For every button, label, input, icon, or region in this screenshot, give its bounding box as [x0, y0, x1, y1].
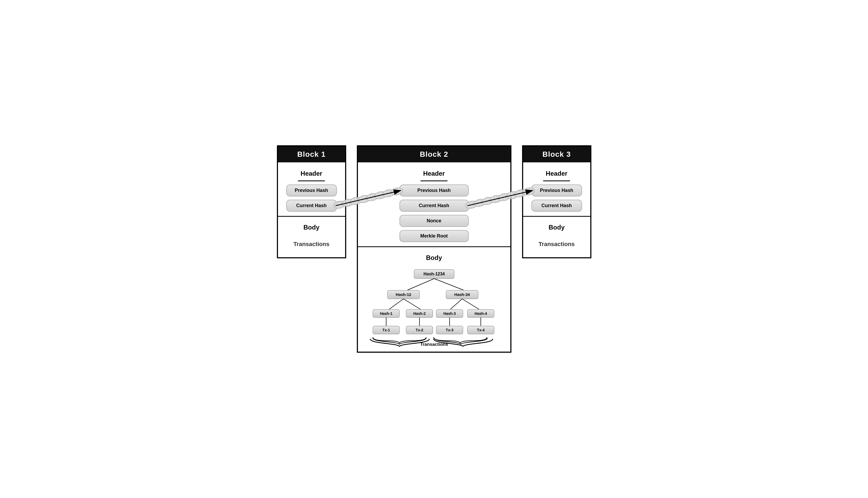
block-1-title: Block 1 [278, 146, 345, 162]
block-2-body: Body Hash-1234 Hash-12 Hash-34 [358, 247, 510, 352]
block-3-title: Block 3 [523, 146, 590, 162]
svg-text:Tx-4: Tx-4 [477, 328, 484, 332]
block-2-previous-hash: Previous Hash [400, 184, 469, 196]
block-2-title: Block 2 [358, 146, 510, 162]
svg-text:Hash-1234: Hash-1234 [423, 272, 444, 276]
svg-line-45 [403, 299, 421, 310]
blockchain-diagram: Block 1 Header Previous Hash Current Has… [248, 140, 621, 358]
block-3-header-label: Header [543, 167, 570, 181]
block-2-merkle-root: Merkle Root [400, 230, 469, 242]
svg-text:Hash-3: Hash-3 [443, 311, 456, 316]
svg-text:Tx-1: Tx-1 [382, 328, 390, 332]
svg-text:Hash-34: Hash-34 [454, 292, 470, 297]
block-3-transactions: Transactions [526, 235, 588, 253]
block-2-header: Header Previous Hash Current Hash Nonce … [358, 162, 510, 247]
block-2-body-label: Body [361, 251, 508, 266]
svg-text:Hash-2: Hash-2 [413, 311, 426, 316]
block-1-previous-hash: Previous Hash [286, 184, 337, 196]
svg-text:Transactions: Transactions [420, 342, 448, 347]
block-3: Block 3 Header Previous Hash Current Has… [522, 145, 591, 258]
block-2: Block 2 Header Previous Hash Current Has… [357, 145, 511, 353]
block-1-header-label: Header [298, 167, 325, 181]
block-1: Block 1 Header Previous Hash Current Has… [277, 145, 346, 258]
svg-text:Hash-1: Hash-1 [380, 311, 392, 316]
svg-line-46 [450, 299, 462, 310]
block-3-previous-hash: Previous Hash [531, 184, 582, 196]
svg-text:Hash-12: Hash-12 [396, 292, 411, 297]
block-2-header-label: Header [420, 167, 448, 181]
block-3-body-label: Body [526, 221, 588, 235]
svg-text:Hash-4: Hash-4 [475, 311, 487, 316]
block-2-current-hash: Current Hash [400, 200, 469, 212]
merkle-svg: Hash-1234 Hash-12 Hash-34 [361, 267, 508, 348]
svg-line-44 [389, 299, 403, 310]
svg-line-47 [462, 299, 479, 310]
block-3-body: Body Transactions [523, 217, 590, 257]
block-1-current-hash: Current Hash [286, 200, 337, 212]
block-1-body: Body Transactions [278, 217, 345, 257]
block-1-body-label: Body [281, 221, 343, 235]
svg-text:Tx-2: Tx-2 [415, 328, 423, 332]
merkle-tree: Hash-1234 Hash-12 Hash-34 [361, 267, 508, 348]
svg-line-39 [434, 279, 464, 290]
block-3-current-hash: Current Hash [531, 200, 582, 212]
block-2-nonce: Nonce [400, 215, 469, 227]
block-1-transactions: Transactions [281, 235, 343, 253]
svg-text:Tx-3: Tx-3 [445, 328, 453, 332]
block-1-header: Header Previous Hash Current Hash [278, 162, 345, 217]
svg-line-38 [408, 279, 434, 290]
block-3-header: Header Previous Hash Current Hash [523, 162, 590, 217]
